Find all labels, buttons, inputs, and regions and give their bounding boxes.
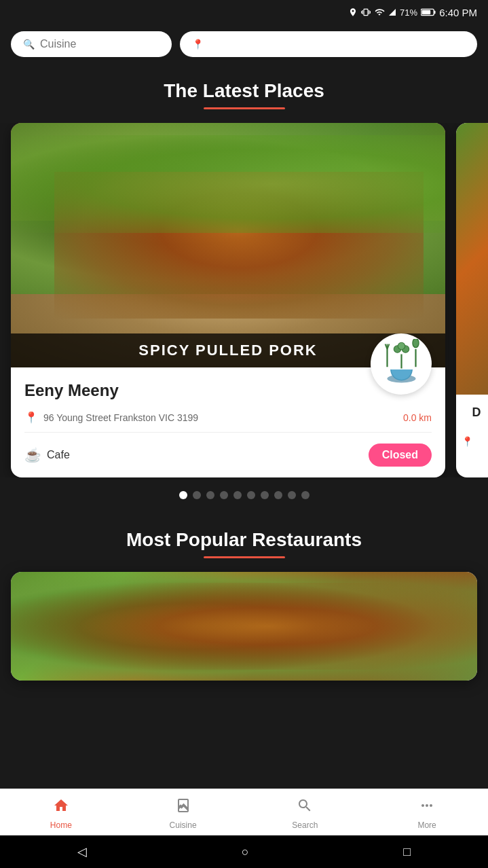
- cuisine-nav-label: Cuisine: [170, 820, 197, 830]
- bottom-navigation: Home Cuisine Search More: [0, 789, 488, 835]
- distance-label: 0.0 km: [403, 412, 432, 423]
- nav-search[interactable]: Search: [244, 789, 367, 835]
- carousel-dots: [0, 477, 488, 513]
- android-home-button[interactable]: ○: [242, 845, 249, 859]
- partial-card-image: [456, 123, 488, 395]
- nav-more[interactable]: More: [366, 789, 488, 835]
- most-popular-section: Most Popular Restaurants: [0, 513, 488, 691]
- food-bg: [11, 123, 445, 367]
- latest-places-cards: SPICY PULLED PORK: [0, 123, 488, 477]
- home-label: Home: [50, 820, 72, 830]
- dot-8[interactable]: [274, 491, 282, 499]
- address-text: 96 Young Street Frankston VIC 3199: [43, 412, 198, 423]
- location-pin-icon: 📍: [192, 39, 204, 50]
- android-nav-bar: ◁ ○ □: [0, 835, 488, 868]
- battery-level: 71%: [400, 7, 417, 18]
- latest-places-title: The Latest Places: [0, 64, 488, 107]
- latest-places-section: The Latest Places: [0, 64, 488, 109]
- search-area: 🔍 📍 Melbourne VIC, Australia: [0, 24, 488, 64]
- place-card-1[interactable]: SPICY PULLED PORK: [11, 123, 445, 477]
- nav-cuisine[interactable]: Cuisine: [122, 789, 244, 835]
- location-input[interactable]: Melbourne VIC, Australia: [209, 39, 465, 50]
- svg-rect-2: [434, 11, 435, 14]
- dot-4[interactable]: [220, 491, 228, 499]
- wifi-icon: [374, 7, 385, 17]
- nav-home[interactable]: Home: [0, 789, 122, 835]
- most-popular-underline: [204, 556, 285, 558]
- status-icons: 71% 6:40 PM: [348, 7, 477, 18]
- cafe-icon: ☕: [24, 447, 41, 463]
- dot-5[interactable]: [233, 491, 242, 499]
- android-recent-button[interactable]: □: [403, 845, 411, 859]
- location-search-box[interactable]: 📍 Melbourne VIC, Australia: [180, 31, 477, 57]
- dot-10[interactable]: [301, 491, 309, 499]
- cuisine-search-box[interactable]: 🔍: [11, 31, 172, 57]
- restaurant-logo: [376, 339, 427, 390]
- restaurant-name: Eeny Meeny: [24, 381, 432, 400]
- dot-3[interactable]: [206, 491, 214, 499]
- most-popular-title: Most Popular Restaurants: [0, 513, 488, 556]
- cuisine-input[interactable]: [40, 38, 159, 50]
- partial-card-body: D: [456, 395, 488, 431]
- android-back-button[interactable]: ◁: [77, 844, 87, 859]
- signal-icon: [388, 7, 396, 17]
- status-badge: Closed: [369, 444, 432, 467]
- home-icon: [53, 797, 69, 818]
- restaurant-badge: [371, 333, 432, 395]
- battery-icon: [421, 8, 436, 16]
- dot-6[interactable]: [247, 491, 255, 499]
- cuisine-search-icon: 🔍: [23, 39, 35, 50]
- more-nav-label: More: [417, 820, 436, 830]
- category-label: Cafe: [47, 449, 70, 461]
- svg-point-13: [398, 342, 405, 350]
- address-pin-icon: 📍: [24, 411, 38, 424]
- search-nav-icon: [297, 797, 313, 818]
- card-food-image: SPICY PULLED PORK: [11, 123, 445, 367]
- search-nav-label: Search: [292, 820, 318, 830]
- card-footer: ☕ Cafe Closed: [24, 438, 432, 467]
- location-status-icon: [348, 7, 358, 17]
- address-row: 📍 96 Young Street Frankston VIC 3199 0.0…: [24, 411, 432, 424]
- partial-card-name: D: [472, 405, 481, 420]
- dot-1[interactable]: [179, 491, 187, 499]
- vibrate-icon: [361, 7, 371, 17]
- card-divider: [24, 432, 432, 433]
- food-layer-top: [11, 135, 445, 233]
- card-image-wrapper: SPICY PULLED PORK: [11, 123, 445, 367]
- popular-food-image: [11, 572, 477, 681]
- dot-7[interactable]: [261, 491, 269, 499]
- partial-card-footer: 📍: [456, 431, 488, 452]
- svg-rect-1: [422, 10, 431, 14]
- popular-food-meat: [11, 583, 477, 670]
- latest-places-underline: [204, 107, 285, 109]
- popular-card-1[interactable]: [11, 572, 477, 681]
- place-card-2-partial[interactable]: D 📍: [456, 123, 488, 477]
- dot-9[interactable]: [288, 491, 296, 499]
- category-row: ☕ Cafe: [24, 447, 70, 463]
- cuisine-icon: [175, 797, 191, 818]
- status-bar: 71% 6:40 PM: [0, 0, 488, 24]
- more-icon: [419, 797, 435, 818]
- status-time: 6:40 PM: [439, 7, 477, 18]
- svg-point-9: [413, 339, 419, 348]
- dot-2[interactable]: [193, 491, 201, 499]
